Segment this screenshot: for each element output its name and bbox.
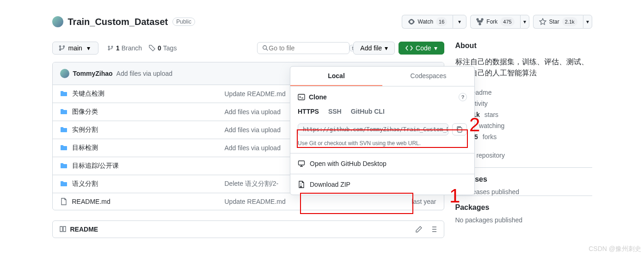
svg-rect-4 xyxy=(299,161,305,165)
releases-none: No releases published xyxy=(455,188,592,196)
visibility-badge: Public xyxy=(172,18,195,26)
repo-name[interactable]: Train_Custom_Dataset xyxy=(68,17,168,27)
proto-https[interactable]: HTTPS xyxy=(298,108,319,119)
about-sidebar: About 标注自己的数据集，训练、评估、测试、部署自己的人工智能算法 Read… xyxy=(455,42,592,238)
file-icon xyxy=(60,198,67,205)
terminal-icon xyxy=(298,93,305,101)
svg-point-0 xyxy=(263,46,267,49)
branches-link[interactable]: 1 Branch xyxy=(107,44,142,52)
file-name[interactable]: 目标追踪/公开课 xyxy=(72,162,220,170)
about-title: About xyxy=(455,42,592,50)
file-name[interactable]: 图像分类 xyxy=(72,108,220,116)
file-row[interactable]: README.mdUpdate README.mdlast year xyxy=(53,193,444,210)
readme-panel-header: README xyxy=(52,220,444,238)
commit-avatar[interactable] xyxy=(60,69,69,78)
tag-icon xyxy=(148,44,156,52)
caret-down-icon: ▾ xyxy=(434,44,437,52)
download-zip-item[interactable]: Download ZIP xyxy=(290,174,474,195)
forks-link[interactable]: 475 forks xyxy=(455,131,592,142)
svg-rect-2 xyxy=(298,94,305,100)
pencil-icon[interactable] xyxy=(415,226,423,233)
packages-title[interactable]: Packages xyxy=(455,196,592,212)
tab-local[interactable]: Local xyxy=(290,67,382,86)
file-name[interactable]: 语义分割 xyxy=(72,180,220,188)
fork-menu-button[interactable]: ▾ xyxy=(520,15,529,29)
file-search[interactable]: t xyxy=(257,42,350,54)
fork-icon xyxy=(476,18,484,25)
eye-icon xyxy=(408,18,415,25)
repo-header: Train_Custom_Dataset Public Watch 16 ▾ xyxy=(52,0,592,36)
file-name[interactable]: 实例分割 xyxy=(72,126,220,134)
activity-link[interactable]: Activity xyxy=(455,98,592,109)
folder-icon xyxy=(60,108,67,116)
branch-select-button[interactable]: main ▾ xyxy=(52,42,98,55)
branch-icon xyxy=(58,44,66,52)
copy-url-button[interactable] xyxy=(452,123,467,135)
watching-link[interactable]: 16 watching xyxy=(455,120,592,131)
svg-rect-3 xyxy=(458,128,462,132)
tab-codespaces[interactable]: Codespaces xyxy=(382,67,474,86)
proto-cli[interactable]: GitHub CLI xyxy=(351,108,385,119)
folder-icon xyxy=(60,126,67,134)
clone-url-input[interactable]: https://github.com/TommyZihao/Train_Cust… xyxy=(298,123,448,135)
open-desktop-item[interactable]: Open with GitHub Desktop xyxy=(290,153,474,174)
watermark: CSDN @豫州刺史 xyxy=(589,245,641,253)
help-icon[interactable]: ? xyxy=(459,93,467,101)
file-time: last year xyxy=(395,198,436,205)
star-icon xyxy=(539,18,546,25)
owner-avatar[interactable] xyxy=(52,16,63,27)
fork-button[interactable]: Fork 475 xyxy=(470,15,520,29)
proto-ssh[interactable]: SSH xyxy=(328,108,342,119)
code-icon xyxy=(405,44,413,52)
watch-menu-button[interactable]: ▾ xyxy=(453,15,466,29)
folder-icon xyxy=(60,162,67,170)
watch-button[interactable]: Watch 16 xyxy=(402,15,453,29)
caret-down-icon: ▾ xyxy=(456,18,463,25)
tags-link[interactable]: 0 Tags xyxy=(148,44,177,52)
search-icon xyxy=(262,44,269,52)
branch-icon xyxy=(107,44,114,52)
code-dropdown-popover: Local Codespaces Clone ? HTTPS SSH GitHu… xyxy=(290,66,475,195)
commit-message[interactable]: Add files via upload xyxy=(117,70,172,77)
list-icon[interactable] xyxy=(430,226,437,233)
clone-hint: Use Git or checkout with SVN using the w… xyxy=(298,140,467,147)
report-repository-link[interactable]: Report repository xyxy=(455,152,592,159)
star-button[interactable]: Star 2.1k xyxy=(533,15,583,29)
file-name[interactable]: 关键点检测 xyxy=(72,90,220,98)
commit-author[interactable]: TommyZihao xyxy=(73,70,113,77)
add-file-button[interactable]: Add file ▾ xyxy=(353,42,395,55)
code-button[interactable]: Code ▾ xyxy=(399,42,444,55)
folder-icon xyxy=(60,180,67,188)
folder-icon xyxy=(60,90,67,98)
packages-none: No packages published xyxy=(455,216,592,224)
releases-title[interactable]: Releases xyxy=(455,167,592,184)
stars-link[interactable]: 2.1k stars xyxy=(455,109,592,120)
star-menu-button[interactable]: ▾ xyxy=(583,15,592,29)
file-search-input[interactable] xyxy=(269,44,350,52)
file-name[interactable]: 目标检测 xyxy=(72,144,220,152)
about-description: 标注自己的数据集，训练、评估、测试、部署自己的人工智能算法 xyxy=(455,56,592,79)
caret-down-icon: ▾ xyxy=(85,44,92,52)
book-icon xyxy=(59,226,67,233)
file-toolbar: main ▾ 1 Branch 0 Tags xyxy=(52,42,444,55)
readme-link[interactable]: Readme xyxy=(455,87,592,98)
readme-label[interactable]: README xyxy=(70,226,98,233)
file-name[interactable]: README.md xyxy=(72,198,220,205)
clone-label: Clone xyxy=(309,93,327,101)
desktop-icon xyxy=(298,160,305,167)
file-commit-msg[interactable]: Update README.md xyxy=(225,198,390,205)
caret-down-icon: ▾ xyxy=(385,44,388,52)
folder-icon xyxy=(60,144,67,152)
zip-icon xyxy=(298,181,305,188)
